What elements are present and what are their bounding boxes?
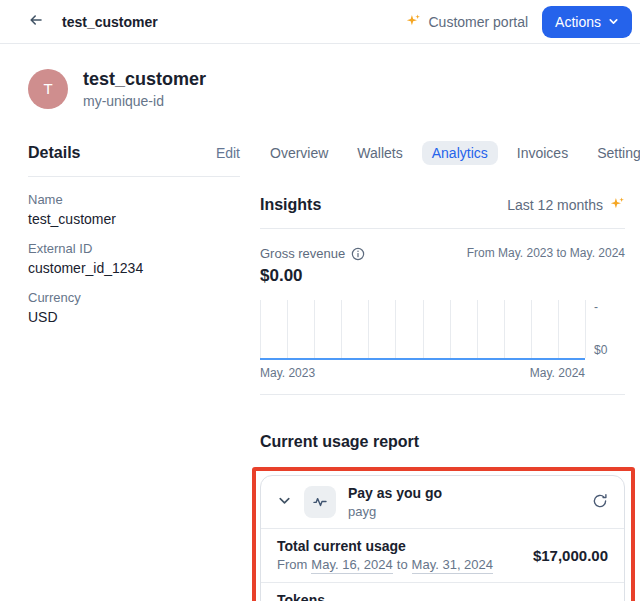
x-axis-right-label: May. 2024	[530, 366, 585, 380]
info-circle-icon[interactable]	[351, 247, 365, 261]
from-word: From	[277, 556, 307, 573]
detail-field-name: Name test_customer	[28, 192, 240, 228]
customer-portal-label: Customer portal	[428, 14, 528, 30]
detail-field-external-id: External ID customer_id_1234	[28, 241, 240, 277]
topbar-title: test_customer	[62, 14, 158, 30]
tab-overview[interactable]: Overview	[260, 141, 338, 165]
total-usage-label: Total current usage	[277, 537, 493, 555]
arrow-left-icon	[28, 12, 44, 31]
refresh-button[interactable]	[592, 493, 608, 512]
usage-card: Pay as you go payg Total current usage	[260, 475, 625, 601]
gross-revenue-value: $0.00	[260, 266, 365, 286]
back-button[interactable]	[24, 10, 48, 34]
usage-report-title: Current usage report	[260, 433, 625, 451]
chevron-down-icon	[277, 493, 292, 511]
activity-pulse-icon	[304, 486, 336, 518]
date-from: May. 16, 2024	[311, 556, 392, 574]
refresh-icon	[592, 493, 608, 512]
divider	[260, 228, 625, 229]
divider	[260, 394, 625, 395]
edit-details-button[interactable]: Edit	[216, 145, 240, 161]
gross-revenue-label: Gross revenue	[260, 246, 345, 261]
date-range-label: From May. 2023 to May. 2024	[467, 246, 625, 260]
avatar: T	[28, 69, 68, 109]
charge-label: Tokens	[277, 591, 362, 601]
topbar: test_customer Customer portal Actions	[0, 0, 640, 44]
tab-wallets[interactable]: Wallets	[347, 141, 412, 165]
period-label: Last 12 months	[507, 197, 603, 213]
details-panel: Details Edit Name test_customer External…	[28, 140, 240, 326]
sparkles-icon	[406, 13, 421, 31]
y-axis-top-label: -	[594, 300, 625, 314]
tab-bar: Overview Wallets Analytics Invoices Sett…	[260, 140, 625, 166]
x-axis-left-label: May. 2023	[260, 366, 315, 380]
customer-header: T test_customer my-unique-id	[0, 44, 640, 109]
sparkles-icon	[610, 196, 625, 214]
to-word: to	[397, 556, 408, 573]
field-value: customer_id_1234	[28, 259, 240, 277]
plan-name: Pay as you go	[348, 484, 442, 502]
plan-code: payg	[348, 503, 442, 520]
customer-name: test_customer	[83, 68, 206, 90]
total-usage-row: Total current usage From May. 16, 2024 t…	[261, 528, 624, 582]
gross-revenue-chart: - $0	[260, 300, 625, 360]
field-value: test_customer	[28, 210, 240, 228]
y-axis-bottom-label: $0	[594, 343, 625, 357]
period-selector[interactable]: Last 12 months	[507, 196, 625, 214]
field-label: External ID	[28, 241, 240, 257]
total-usage-amount: $17,000.00	[533, 547, 608, 564]
field-label: Name	[28, 192, 240, 208]
detail-field-currency: Currency USD	[28, 290, 240, 326]
charge-row-tokens: Tokens openai_tokens	[261, 582, 624, 601]
chevron-down-icon	[608, 14, 619, 30]
divider	[28, 176, 240, 177]
tab-settings[interactable]: Settings	[587, 141, 640, 165]
collapse-toggle[interactable]	[277, 493, 292, 511]
customer-portal-button[interactable]: Customer portal	[406, 13, 528, 31]
plan-header-row: Pay as you go payg	[261, 476, 624, 528]
tab-invoices[interactable]: Invoices	[507, 141, 578, 165]
chart-zero-line	[260, 358, 585, 360]
actions-button[interactable]: Actions	[542, 6, 632, 38]
customer-external-uid: my-unique-id	[83, 93, 206, 109]
field-label: Currency	[28, 290, 240, 306]
insights-title: Insights	[260, 196, 321, 214]
date-to: May. 31, 2024	[412, 556, 493, 574]
tab-analytics[interactable]: Analytics	[422, 141, 498, 165]
details-title: Details	[28, 144, 80, 162]
field-value: USD	[28, 308, 240, 326]
actions-label: Actions	[555, 14, 601, 30]
